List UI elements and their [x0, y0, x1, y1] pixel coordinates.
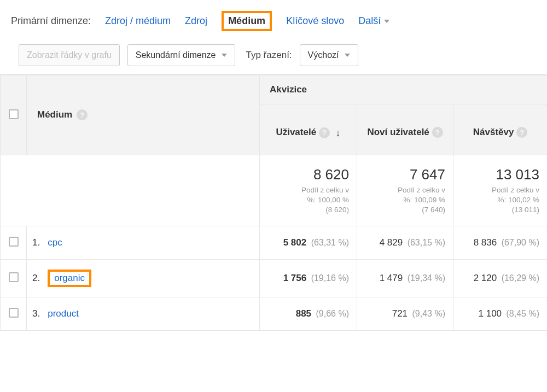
metric-value: 5 802	[283, 237, 307, 248]
table-row: 2.organic1 756 (19,16 %)1 479 (19,34 %)2…	[1, 260, 548, 297]
column-new-users-label: Noví uživatelé	[367, 127, 429, 137]
totals-row: 8 620 Podíl z celku v %: 100,00 % (8 620…	[1, 155, 548, 226]
metric-percent: (16,29 %)	[499, 273, 539, 283]
total-new-users: 7 647 Podíl z celku v %: 100,09 % (7 640…	[357, 155, 453, 226]
dimension-header-label: Médium	[37, 109, 72, 120]
metric-cell: 5 802 (63,31 %)	[260, 226, 357, 260]
column-sessions-label: Návštěvy	[473, 127, 514, 137]
dimension-cell: 3.product	[27, 297, 260, 331]
sort-type-label: Typ řazení:	[246, 50, 292, 61]
report-table: Médium ? Akvizice Uživatelé ? ↓ Noví uži…	[0, 75, 547, 331]
sort-desc-icon: ↓	[336, 127, 341, 139]
secondary-dimension-select[interactable]: Sekundární dimenze	[127, 44, 235, 66]
plot-rows-button: Zobrazit řádky v grafu	[19, 44, 120, 66]
metric-cell: 4 829 (63,15 %)	[357, 226, 453, 260]
help-icon[interactable]: ?	[77, 109, 88, 120]
chevron-down-icon	[384, 20, 389, 23]
metric-cell: 1 100 (8,45 %)	[453, 297, 548, 331]
metric-cell: 885 (9,66 %)	[260, 297, 357, 331]
metric-cell: 2 120 (16,29 %)	[453, 260, 548, 297]
metric-value: 2 120	[474, 273, 497, 283]
column-users[interactable]: Uživatelé ? ↓	[260, 104, 357, 155]
total-sessions: 13 013 Podíl z celku v %: 100,02 % (13 0…	[453, 155, 548, 226]
tab-more-label: Další	[358, 15, 381, 27]
metric-percent: (63,31 %)	[309, 238, 349, 247]
tab-keyword[interactable]: Klíčové slovo	[286, 15, 344, 27]
metric-value: 8 836	[474, 237, 497, 248]
checkbox-icon[interactable]	[9, 272, 19, 282]
dimension-link[interactable]: product	[48, 308, 79, 319]
metric-percent: (9,43 %)	[410, 309, 445, 318]
row-index: 2.	[32, 273, 40, 284]
table-row: 3.product885 (9,66 %)721 (9,43 %)1 100 (…	[1, 297, 548, 331]
metric-percent: (19,16 %)	[309, 273, 349, 283]
metric-value: 1 100	[479, 308, 502, 319]
chevron-down-icon	[345, 54, 350, 57]
checkbox-icon[interactable]	[9, 109, 19, 119]
metric-value: 721	[392, 308, 408, 319]
dimension-cell: 1.cpc	[27, 226, 260, 260]
tab-source-medium[interactable]: Zdroj / médium	[105, 15, 171, 27]
column-new-users[interactable]: Noví uživatelé ?	[357, 104, 453, 155]
chevron-down-icon	[222, 54, 227, 57]
row-checkbox-cell[interactable]	[1, 260, 27, 297]
select-all-header[interactable]	[1, 75, 27, 155]
help-icon[interactable]: ?	[516, 127, 527, 138]
row-checkbox-cell[interactable]	[1, 226, 27, 260]
tab-source[interactable]: Zdroj	[185, 15, 207, 27]
metric-cell: 1 479 (19,34 %)	[357, 260, 453, 297]
column-sessions[interactable]: Návštěvy ?	[453, 104, 548, 155]
metric-percent: (63,15 %)	[405, 238, 445, 247]
tab-medium[interactable]: Médium	[222, 11, 272, 31]
help-icon[interactable]: ?	[319, 127, 330, 138]
metric-percent: (8,45 %)	[504, 309, 539, 318]
sort-type-value: Výchozí	[308, 50, 339, 60]
secondary-dimension-label: Sekundární dimenze	[136, 50, 216, 60]
metric-value: 1 756	[283, 273, 307, 283]
primary-dimension-tabs: Primární dimenze: Zdroj / médium Zdroj M…	[0, 0, 547, 39]
primary-dimension-label: Primární dimenze:	[11, 15, 91, 27]
total-users: 8 620 Podíl z celku v %: 100,00 % (8 620…	[260, 155, 357, 226]
dimension-header: Médium ?	[27, 75, 260, 155]
metric-value: 4 829	[380, 237, 403, 248]
metric-value: 1 479	[380, 273, 403, 283]
row-index: 3.	[32, 308, 40, 319]
dimension-link[interactable]: organic	[48, 270, 91, 287]
metric-cell: 1 756 (19,16 %)	[260, 260, 357, 297]
help-icon[interactable]: ?	[432, 127, 443, 138]
row-index: 1.	[32, 237, 40, 248]
checkbox-icon[interactable]	[9, 308, 19, 318]
acquisition-section-header: Akvizice	[260, 75, 548, 104]
metric-value: 885	[296, 308, 311, 319]
dimension-link[interactable]: cpc	[48, 237, 62, 248]
metric-cell: 721 (9,43 %)	[357, 297, 453, 331]
sort-type-select[interactable]: Výchozí	[300, 44, 358, 66]
toolbar: Zobrazit řádky v grafu Sekundární dimenz…	[0, 39, 547, 75]
metric-percent: (67,90 %)	[499, 238, 539, 247]
tab-more[interactable]: Další	[358, 15, 389, 27]
column-users-label: Uživatelé	[276, 127, 316, 137]
metric-percent: (19,34 %)	[405, 273, 445, 283]
metric-cell: 8 836 (67,90 %)	[453, 226, 548, 260]
metric-percent: (9,66 %)	[313, 309, 349, 318]
table-row: 1.cpc5 802 (63,31 %)4 829 (63,15 %)8 836…	[1, 226, 548, 260]
dimension-cell: 2.organic	[27, 260, 260, 297]
row-checkbox-cell[interactable]	[1, 297, 27, 331]
checkbox-icon[interactable]	[9, 237, 19, 247]
